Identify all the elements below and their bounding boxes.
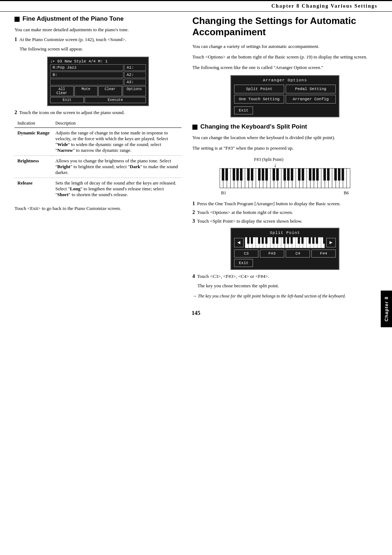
one-touch-setting-btn[interactable]: One Touch Setting bbox=[234, 95, 284, 104]
keyboard-label-b1: B1 bbox=[221, 190, 226, 196]
svg-rect-39 bbox=[225, 168, 228, 181]
svg-rect-59 bbox=[327, 168, 330, 181]
split-exit-btn[interactable]: Exit bbox=[234, 259, 253, 267]
screen-b: B: bbox=[50, 72, 123, 78]
table-row: Brightness Allows you to change the brig… bbox=[15, 155, 181, 178]
fine-adjustment-title: Fine Adjustment of the Piano Tone bbox=[23, 15, 124, 23]
screen-r-pop: R:Pop Jazz bbox=[50, 64, 123, 71]
svg-rect-50 bbox=[283, 168, 286, 181]
svg-rect-89 bbox=[258, 237, 260, 244]
execute-btn[interactable]: Execute bbox=[85, 97, 146, 103]
split-step3: 3 Touch <Split Point> to display the scr… bbox=[192, 218, 377, 224]
table-col1-header: Indication bbox=[15, 119, 52, 128]
screen-a1: A1: bbox=[124, 64, 146, 71]
svg-rect-88 bbox=[251, 237, 253, 244]
fine-adjustment-section: Fine Adjustment of the Piano Tone bbox=[15, 15, 181, 23]
split-step4-num: 4 bbox=[192, 274, 195, 279]
screen-row3: A3: bbox=[50, 79, 146, 85]
svg-rect-96 bbox=[291, 237, 293, 244]
fsharp3-btn[interactable]: F#3 bbox=[260, 250, 284, 258]
svg-rect-52 bbox=[291, 168, 293, 181]
svg-rect-58 bbox=[323, 168, 326, 181]
brightness-desc: Allows you to change the brightness of t… bbox=[52, 155, 181, 178]
split-step3-text: Touch <Split Point> to display the scree… bbox=[197, 218, 302, 224]
step1-sub: The following screen will appear. bbox=[15, 45, 181, 53]
arranger-exit-btn[interactable]: Exit bbox=[234, 106, 253, 114]
exit-btn[interactable]: Exit bbox=[50, 97, 84, 103]
keyboard-label-b6: B6 bbox=[344, 190, 349, 196]
split-step1: 1 Press the One Touch Program [Arranger]… bbox=[192, 201, 377, 207]
svg-rect-42 bbox=[240, 168, 242, 181]
svg-rect-103 bbox=[285, 237, 285, 248]
table-row: Dynamic Range Adjusts the range of chang… bbox=[15, 127, 181, 155]
split-note-buttons: C3 F#3 C4 F#4 bbox=[234, 250, 336, 258]
split-step2: 2 Touch <Options> at the bottom right of… bbox=[192, 210, 377, 215]
step2: 2 Touch the icons on the screen to adjus… bbox=[15, 110, 181, 116]
step2-text: Touch the icons on the screen to adjust … bbox=[19, 110, 124, 116]
split-point-btn[interactable]: Split Point bbox=[234, 85, 284, 93]
screen-header: ♩• 93 New Style 4/4 M: 1 bbox=[50, 59, 146, 64]
section-marker bbox=[15, 17, 20, 22]
svg-rect-91 bbox=[265, 237, 268, 244]
c4-btn[interactable]: C4 bbox=[286, 250, 310, 258]
split-right-arrow-btn[interactable]: ► bbox=[326, 238, 336, 247]
split-intro2: The setting is at "F#3" when the piano i… bbox=[192, 145, 377, 152]
svg-rect-53 bbox=[298, 168, 301, 181]
svg-rect-49 bbox=[276, 168, 279, 181]
screen-a3: A3: bbox=[124, 79, 146, 85]
split-step2-text: Touch <Options> at the bottom right of t… bbox=[197, 210, 293, 215]
right-intro2: Touch <Options> at the bottom right of t… bbox=[192, 53, 377, 61]
fine-adjustment-intro: You can make more detailed adjustments t… bbox=[15, 26, 181, 34]
svg-rect-55 bbox=[309, 168, 311, 181]
options-btn[interactable]: Options bbox=[123, 86, 146, 96]
split-step1-num: 1 bbox=[192, 201, 195, 207]
split-keyboard-row: ◄ bbox=[234, 237, 336, 248]
svg-rect-102 bbox=[323, 237, 325, 244]
svg-rect-41 bbox=[236, 168, 239, 181]
step1-num: 1 bbox=[15, 37, 17, 42]
svg-rect-94 bbox=[283, 237, 286, 244]
left-column: Fine Adjustment of the Piano Tone You ca… bbox=[15, 15, 181, 303]
svg-rect-95 bbox=[287, 237, 289, 244]
svg-rect-60 bbox=[334, 168, 337, 181]
chapter-tab: Chapter 8 bbox=[381, 291, 392, 327]
split-point-arrow: ↓ bbox=[192, 162, 377, 168]
svg-rect-99 bbox=[309, 237, 311, 244]
all-clear-btn[interactable]: All Clear bbox=[50, 86, 74, 96]
svg-rect-37 bbox=[347, 168, 350, 188]
keyboard-visual: B1 B6 bbox=[220, 168, 350, 196]
svg-rect-54 bbox=[302, 168, 304, 181]
split-step1-text: Press the One Touch Program [Arranger] b… bbox=[197, 201, 340, 207]
arranger-options-screen: Arranger Options Split Point Pedal Setti… bbox=[230, 75, 339, 117]
split-section-title: Changing the Keyboard's Split Point bbox=[200, 123, 307, 130]
svg-rect-51 bbox=[287, 168, 290, 181]
release-label: Release bbox=[15, 178, 52, 200]
exit-note: Touch <Exit> to go back to the Piano Cus… bbox=[15, 205, 181, 212]
split-step3-num: 3 bbox=[192, 218, 195, 224]
svg-rect-45 bbox=[258, 168, 261, 181]
arranger-config-btn[interactable]: Arranger Config bbox=[286, 95, 336, 104]
split-step4-text: Touch <C3>, <F#3>, <C4> or <F#4>. bbox=[197, 274, 269, 279]
svg-rect-43 bbox=[247, 168, 250, 181]
pedal-setting-btn[interactable]: Pedal Setting bbox=[286, 85, 336, 93]
svg-rect-47 bbox=[265, 168, 268, 181]
arranger-buttons-grid: Split Point Pedal Setting One Touch Sett… bbox=[234, 85, 336, 104]
clear-btn[interactable]: Clear bbox=[98, 86, 122, 96]
piano-screen-mockup: ♩• 93 New Style 4/4 M: 1 R:Pop Jazz A1: … bbox=[47, 57, 149, 106]
tip-text: → The key you chose for the split point … bbox=[192, 293, 377, 300]
split-left-arrow-btn[interactable]: ◄ bbox=[234, 238, 244, 247]
c3-btn[interactable]: C3 bbox=[234, 250, 258, 258]
svg-rect-61 bbox=[338, 168, 340, 181]
page-header: Chapter 8 Changing Various Settings bbox=[0, 0, 392, 12]
dynamic-range-label: Dynamic Range bbox=[15, 127, 52, 155]
svg-rect-62 bbox=[342, 168, 344, 181]
keyboard-labels: B1 B6 bbox=[220, 190, 350, 196]
mute-btn[interactable]: Mute bbox=[74, 86, 98, 96]
svg-rect-101 bbox=[316, 237, 318, 244]
main-content: Fine Adjustment of the Piano Tone You ca… bbox=[0, 15, 392, 303]
split-section-marker bbox=[192, 125, 197, 130]
split-screen-title: Split Point bbox=[234, 231, 336, 235]
table-col2-header: Description bbox=[52, 119, 181, 128]
svg-rect-40 bbox=[233, 168, 235, 181]
fsharp4-btn[interactable]: F#4 bbox=[311, 250, 336, 258]
